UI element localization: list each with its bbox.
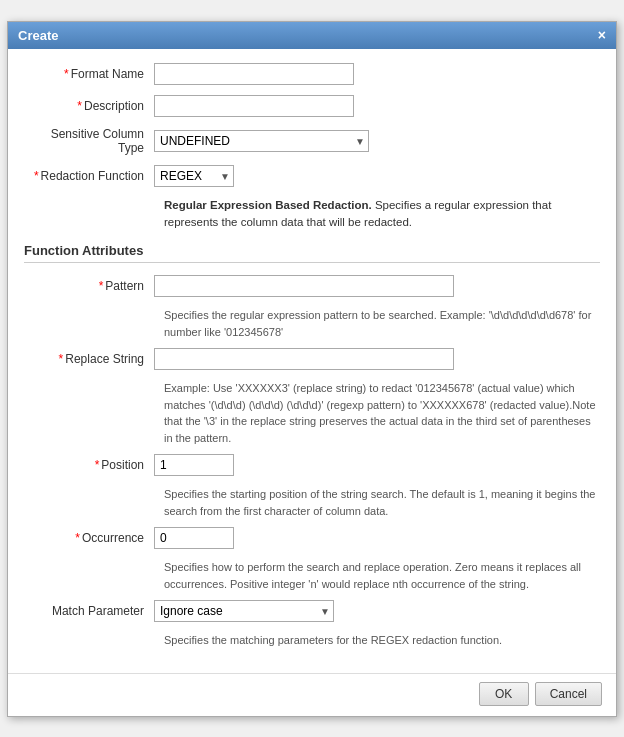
regex-info-bold: Regular Expression Based Redaction. xyxy=(164,199,372,211)
pattern-label: *Pattern xyxy=(24,279,154,293)
match-parameter-row: Match Parameter Ignore case Case sensiti… xyxy=(24,600,600,622)
format-name-row: *Format Name xyxy=(24,63,600,85)
regex-info: Regular Expression Based Redaction. Spec… xyxy=(164,197,600,232)
required-star-occ: * xyxy=(75,531,80,545)
description-input[interactable] xyxy=(154,95,354,117)
pattern-row: *Pattern xyxy=(24,275,600,297)
position-help: Specifies the starting position of the s… xyxy=(164,486,600,519)
ok-button[interactable]: OK xyxy=(479,682,529,706)
replace-string-row: *Replace String xyxy=(24,348,600,370)
replace-string-label: *Replace String xyxy=(24,352,154,366)
sensitive-column-type-wrapper: UNDEFINED SSN CREDIT_CARD EMAIL ▼ xyxy=(154,130,369,152)
match-parameter-wrapper: Ignore case Case sensitive Newline as ma… xyxy=(154,600,334,622)
dialog-footer: OK Cancel xyxy=(8,673,616,716)
pattern-help: Specifies the regular expression pattern… xyxy=(164,307,600,340)
required-star-pos: * xyxy=(95,458,100,472)
occurrence-help: Specifies how to perform the search and … xyxy=(164,559,600,592)
replace-string-input[interactable] xyxy=(154,348,454,370)
required-star-rf: * xyxy=(34,169,39,183)
occurrence-input[interactable] xyxy=(154,527,234,549)
match-parameter-label: Match Parameter xyxy=(24,604,154,618)
description-row: *Description xyxy=(24,95,600,117)
create-dialog: Create × *Format Name *Description Sensi… xyxy=(7,21,617,717)
required-star-pattern: * xyxy=(99,279,104,293)
dialog-header: Create × xyxy=(8,22,616,49)
cancel-button[interactable]: Cancel xyxy=(535,682,602,706)
required-star-desc: * xyxy=(77,99,82,113)
sensitive-column-type-label: Sensitive Column Type xyxy=(24,127,154,155)
occurrence-label: *Occurrence xyxy=(24,531,154,545)
required-star-rs: * xyxy=(59,352,64,366)
position-row: *Position xyxy=(24,454,600,476)
replace-string-help: Example: Use 'XXXXXX3' (replace string) … xyxy=(164,380,600,446)
sensitive-column-type-row: Sensitive Column Type UNDEFINED SSN CRED… xyxy=(24,127,600,155)
pattern-input[interactable] xyxy=(154,275,454,297)
occurrence-row: *Occurrence xyxy=(24,527,600,549)
redaction-function-label: *Redaction Function xyxy=(24,169,154,183)
required-star: * xyxy=(64,67,69,81)
dialog-body: *Format Name *Description Sensitive Colu… xyxy=(8,49,616,667)
close-button[interactable]: × xyxy=(598,28,606,42)
redaction-function-select[interactable]: REGEX PARTIAL FULL RANDOM NONE xyxy=(154,165,234,187)
function-attributes-title: Function Attributes xyxy=(24,243,600,263)
redaction-function-row: *Redaction Function REGEX PARTIAL FULL R… xyxy=(24,165,600,187)
dialog-title: Create xyxy=(18,28,58,43)
match-parameter-select[interactable]: Ignore case Case sensitive Newline as ma… xyxy=(154,600,334,622)
position-label: *Position xyxy=(24,458,154,472)
sensitive-column-type-select[interactable]: UNDEFINED SSN CREDIT_CARD EMAIL xyxy=(154,130,369,152)
format-name-input[interactable] xyxy=(154,63,354,85)
position-input[interactable] xyxy=(154,454,234,476)
format-name-label: *Format Name xyxy=(24,67,154,81)
redaction-function-wrapper: REGEX PARTIAL FULL RANDOM NONE ▼ xyxy=(154,165,234,187)
match-parameter-help: Specifies the matching parameters for th… xyxy=(164,632,600,649)
description-label: *Description xyxy=(24,99,154,113)
